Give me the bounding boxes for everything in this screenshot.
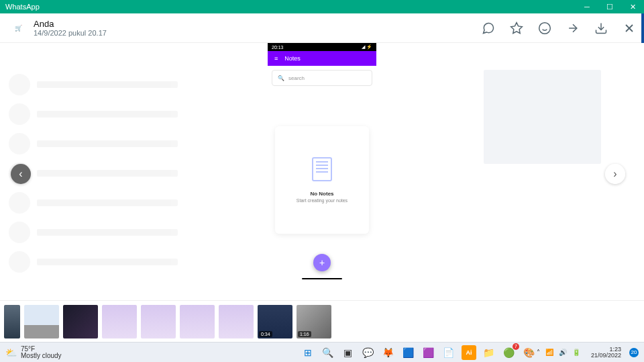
volume-icon[interactable]: 🔊	[559, 349, 567, 356]
windows-taskbar: ⛅ 75°F Mostly cloudy ⊞ 🔍 ▣ 💬 🦊 🟦 🟪 📄 Ai …	[0, 342, 644, 362]
taskbar-whatsapp[interactable]: 🟢	[502, 345, 517, 360]
ghost-panel	[484, 70, 601, 164]
thumbnail[interactable]	[24, 305, 59, 338]
notes-icon	[312, 157, 332, 181]
forward-icon[interactable]	[566, 21, 580, 35]
phone-fab: +	[313, 254, 331, 271]
weather-temp: 75°F	[21, 346, 62, 353]
contact-name: Anda	[34, 19, 482, 29]
weather-cond: Mostly cloudy	[21, 353, 62, 359]
taskbar-app[interactable]: 🟪	[421, 345, 436, 360]
taskview-button[interactable]: ▣	[341, 345, 356, 360]
close-icon[interactable]	[623, 21, 636, 35]
thumbnail[interactable]	[141, 305, 176, 338]
weather-widget[interactable]: ⛅ 75°F Mostly cloudy	[5, 346, 301, 359]
close-button[interactable]: ✕	[621, 0, 644, 13]
next-media-button[interactable]: ›	[605, 164, 625, 184]
thumbnail[interactable]	[219, 305, 254, 338]
minimize-button[interactable]: ─	[576, 0, 598, 13]
search-icon: 🔍	[278, 75, 284, 81]
thumbnail-strip: 0:34 1:16	[0, 300, 644, 342]
phone-subtext: Start creating your notes	[297, 198, 347, 203]
thumbnail[interactable]	[102, 305, 137, 338]
phone-search: 🔍 search	[272, 70, 372, 86]
weather-icon: ⛅	[5, 347, 17, 358]
taskbar-app[interactable]: 💬	[361, 345, 376, 360]
media-header: 🛒 Anda 14/9/2022 pukul 20.17	[0, 13, 644, 43]
thumbnail[interactable]	[180, 305, 215, 338]
taskbar-app[interactable]: Ai	[462, 345, 476, 360]
notification-badge[interactable]: 20	[629, 348, 639, 357]
phone-empty-card: No Notes Start creating your notes	[275, 126, 369, 234]
menu-icon: ≡	[274, 55, 278, 62]
phone-statusbar: 20:13◢ ⚡	[268, 43, 376, 51]
phone-home-indicator	[302, 278, 342, 279]
taskbar-app[interactable]: 📄	[441, 345, 456, 360]
search-button[interactable]: 🔍	[321, 345, 335, 360]
taskbar-app[interactable]: 🦊	[381, 345, 396, 360]
maximize-button[interactable]: ☐	[598, 0, 621, 13]
battery-icon[interactable]: 🔋	[572, 349, 580, 356]
thumbnail[interactable]: 1:16	[297, 305, 331, 338]
prev-media-button[interactable]: ‹	[11, 164, 31, 184]
emoji-icon[interactable]	[538, 21, 551, 35]
start-button[interactable]: ⊞	[301, 345, 315, 360]
taskbar-app[interactable]: 🎨	[522, 345, 537, 360]
titlebar: WhatsApp ─ ☐ ✕	[0, 0, 644, 13]
svg-marker-0	[511, 22, 523, 33]
phone-search-placeholder: search	[288, 75, 305, 81]
app-name: WhatsApp	[5, 3, 40, 11]
download-icon[interactable]	[594, 21, 608, 35]
avatar: 🛒	[8, 22, 28, 34]
star-icon[interactable]	[510, 21, 523, 35]
thumbnail[interactable]	[63, 305, 98, 338]
media-viewer: ‹ › 20:13◢ ⚡ ≡ Notes 🔍 search No Notes S…	[0, 43, 644, 300]
taskbar-app[interactable]: 📁	[482, 345, 496, 360]
media-image-phone-screenshot: 20:13◢ ⚡ ≡ Notes 🔍 search No Notes Start…	[268, 43, 376, 300]
thumbnail[interactable]	[4, 305, 20, 338]
wifi-icon[interactable]: 📶	[545, 349, 553, 356]
phone-appbar: ≡ Notes	[268, 51, 376, 66]
tray-chevron-icon[interactable]: ˄	[537, 349, 540, 356]
svg-point-1	[539, 22, 551, 34]
media-date: 14/9/2022 pukul 20.17	[34, 29, 482, 37]
system-clock[interactable]: 1:23 21/09/2022	[591, 347, 621, 359]
reply-icon[interactable]	[482, 21, 495, 35]
taskbar-app[interactable]: 🟦	[401, 345, 416, 360]
phone-no-notes: No Notes	[310, 191, 333, 197]
thumbnail[interactable]: 0:34	[258, 305, 292, 338]
phone-app-title: Notes	[284, 55, 301, 62]
